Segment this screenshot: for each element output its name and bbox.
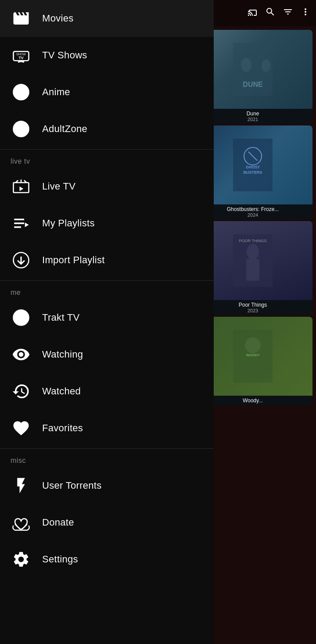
sidebar-item-usertorrents[interactable]: User Torrents [0,467,214,504]
svg-point-24 [22,92,25,94]
favorites-label: Favorites [42,422,83,434]
bolt-icon [11,475,32,496]
sidebar-item-anime[interactable]: Anime [0,74,214,111]
importplaylist-label: Import Playlist [42,254,105,266]
svg-text:DUNE: DUNE [243,81,263,88]
sidebar-item-watching[interactable]: Watching [0,336,214,373]
sidebar-item-donate[interactable]: Donate [0,504,214,541]
divider-1 [0,149,214,150]
svg-rect-13 [246,259,259,281]
svg-text:TV: TV [18,56,23,60]
sidebar-item-trakttv[interactable]: Trakt TV [0,299,214,336]
playlist-icon [11,213,32,234]
svg-point-3 [251,55,263,71]
donate-label: Donate [42,517,74,528]
live-tv-icon [11,176,32,197]
svg-marker-35 [25,222,29,227]
svg-text:GHOST: GHOST [246,165,260,169]
sidebar-item-adultzone[interactable]: XXX AdultZone [0,111,214,147]
more-icon[interactable] [300,7,311,20]
sidebar-item-importplaylist[interactable]: Import Playlist [0,242,214,279]
svg-point-23 [18,92,20,94]
divider-3 [0,448,214,449]
sidebar: Movies TV SHOW TV Shows Anime [0,0,214,644]
cast-icon[interactable] [248,7,258,20]
sidebar-item-livetv[interactable]: Live TV [0,168,214,205]
svg-point-16 [245,337,261,353]
svg-text:XXX: XXX [16,126,27,132]
usertorrents-label: User Torrents [42,480,102,491]
sidebar-item-tvshows[interactable]: TV SHOW TV Shows [0,37,214,74]
svg-text:WOODY: WOODY [246,353,260,357]
xxx-icon: XXX [11,118,32,140]
sidebar-item-settings[interactable]: Settings [0,541,214,578]
myplaylists-label: My Playlists [42,218,95,229]
svg-text:POOR THINGS: POOR THINGS [239,239,267,243]
svg-point-4 [262,60,270,72]
section-header-misc: misc [0,451,214,467]
search-icon[interactable] [265,7,276,20]
eye-icon [11,344,32,365]
section-header-me: me [0,283,214,299]
trakt-icon [11,307,32,328]
watching-label: Watching [42,349,83,360]
livetv-label: Live TV [42,181,75,192]
sidebar-item-favorites[interactable]: Favorites [0,410,214,447]
sidebar-item-myplaylists[interactable]: My Playlists [0,205,214,242]
donate-icon [11,512,32,533]
watched-label: Watched [42,386,81,397]
film-icon [11,8,32,29]
svg-point-12 [247,244,259,260]
gear-icon [11,549,32,570]
sidebar-item-movies[interactable]: Movies [0,0,214,37]
sidebar-item-watched[interactable]: Watched [0,373,214,410]
section-header-livetv: live tv [0,151,214,168]
trakttv-label: Trakt TV [42,312,80,323]
settings-label: Settings [42,554,78,565]
import-icon [11,250,32,271]
movies-label: Movies [42,13,74,24]
adultzone-label: AdultZone [42,123,87,135]
tv-show-icon: TV SHOW [11,45,32,66]
svg-text:SHOW: SHOW [16,53,26,56]
filter-icon[interactable] [283,7,293,20]
tvshows-label: TV Shows [42,50,87,61]
heart-icon [11,418,32,439]
anime-icon [11,82,32,103]
divider-2 [0,280,214,281]
svg-text:BUSTERS: BUSTERS [243,170,262,175]
anime-label: Anime [42,86,70,98]
history-icon [11,381,32,402]
svg-point-2 [241,58,251,72]
svg-point-22 [14,85,29,100]
